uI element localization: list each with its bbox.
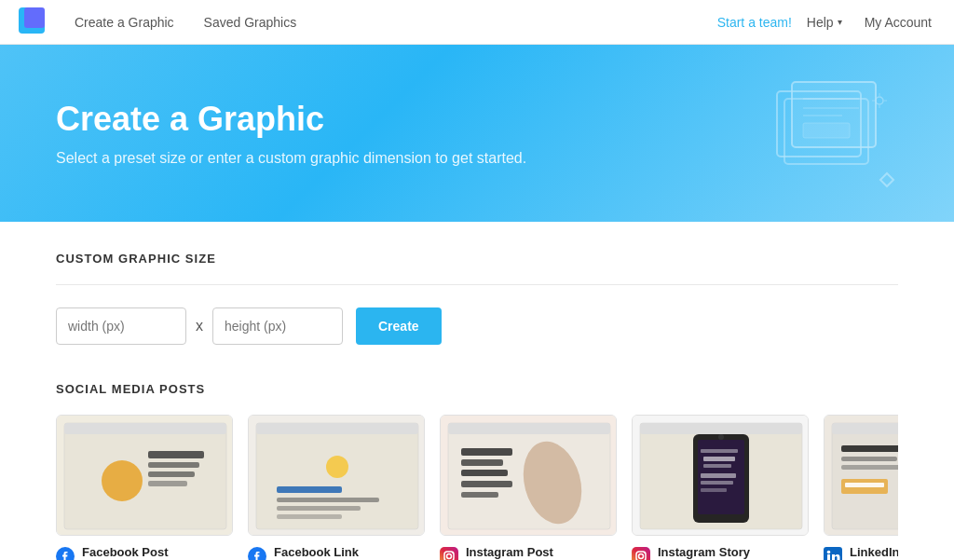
card-facebook-post[interactable]: Facebook Post 1200px x 900px bbox=[56, 415, 233, 560]
card-name: Instagram Post bbox=[466, 545, 553, 559]
hero-illustration bbox=[749, 63, 898, 203]
card-text: Instagram Post 1080px x 1080px bbox=[466, 545, 553, 560]
card-name: LinkedIn Post bbox=[850, 545, 898, 559]
section-divider bbox=[56, 284, 898, 285]
svg-rect-29 bbox=[277, 498, 379, 502]
size-separator: x bbox=[196, 318, 203, 335]
card-text: Facebook Link 1200px x 628px bbox=[274, 545, 359, 560]
svg-rect-48 bbox=[640, 423, 802, 434]
card-linkedin-post[interactable]: LinkedIn Post 1200px x 628px bbox=[824, 415, 898, 560]
svg-rect-19 bbox=[148, 451, 204, 458]
my-account-link[interactable]: My Account bbox=[857, 15, 939, 30]
svg-rect-28 bbox=[277, 486, 342, 493]
card-name: Facebook Link bbox=[274, 545, 359, 559]
create-button[interactable]: Create bbox=[356, 307, 442, 345]
navigation: Create a Graphic Saved Graphics Start a … bbox=[0, 0, 954, 45]
card-info: Facebook Link 1200px x 628px bbox=[248, 545, 425, 560]
custom-size-title: CUSTOM GRAPHIC SIZE bbox=[56, 252, 898, 266]
svg-rect-41 bbox=[461, 492, 498, 498]
card-preview bbox=[248, 415, 425, 536]
svg-rect-52 bbox=[701, 449, 738, 453]
facebook-icon bbox=[56, 547, 75, 560]
svg-point-45 bbox=[452, 552, 454, 553]
card-preview bbox=[56, 415, 233, 536]
svg-rect-55 bbox=[701, 473, 736, 478]
svg-rect-30 bbox=[277, 506, 361, 511]
svg-rect-38 bbox=[461, 459, 503, 466]
svg-rect-63 bbox=[832, 423, 898, 529]
cards-row: Facebook Post 1200px x 900px Facebook L bbox=[56, 415, 898, 560]
svg-point-27 bbox=[326, 456, 348, 478]
svg-rect-74 bbox=[827, 554, 830, 560]
card-info: Facebook Post 1200px x 900px bbox=[56, 545, 233, 560]
social-media-section: SOCIAL MEDIA POSTS Facebook Post bbox=[56, 382, 898, 560]
svg-rect-57 bbox=[701, 488, 727, 492]
svg-rect-72 bbox=[845, 483, 884, 487]
svg-rect-54 bbox=[703, 464, 731, 468]
start-team-link[interactable]: Start a team! bbox=[717, 15, 792, 30]
svg-rect-35 bbox=[448, 423, 610, 434]
height-input[interactable] bbox=[212, 307, 343, 345]
card-info: Instagram Story 1080px x 1920px bbox=[632, 545, 809, 560]
instagram-icon bbox=[632, 547, 650, 560]
card-name: Instagram Story bbox=[658, 545, 750, 559]
card-text: Instagram Story 1080px x 1920px bbox=[658, 545, 750, 560]
instagram-icon bbox=[440, 547, 458, 560]
svg-rect-21 bbox=[148, 471, 195, 477]
svg-rect-20 bbox=[148, 462, 199, 468]
card-text: Facebook Post 1200px x 900px bbox=[82, 545, 168, 560]
svg-rect-68 bbox=[841, 445, 898, 452]
card-instagram-post[interactable]: Instagram Post 1080px x 1080px bbox=[440, 415, 617, 560]
custom-size-form: x Create bbox=[56, 307, 898, 345]
svg-rect-39 bbox=[461, 470, 508, 476]
svg-point-51 bbox=[718, 434, 724, 440]
card-facebook-link[interactable]: Facebook Link 1200px x 628px bbox=[248, 415, 425, 560]
svg-point-75 bbox=[827, 551, 831, 554]
svg-rect-37 bbox=[461, 448, 512, 456]
main-content: CUSTOM GRAPHIC SIZE x Create SOCIAL MEDI… bbox=[0, 222, 954, 560]
svg-rect-16 bbox=[64, 423, 226, 529]
chevron-down-icon: ▾ bbox=[838, 17, 842, 27]
card-preview bbox=[824, 415, 898, 536]
facebook-icon bbox=[248, 547, 266, 560]
svg-marker-9 bbox=[880, 173, 893, 186]
svg-rect-1 bbox=[24, 7, 45, 28]
svg-rect-40 bbox=[461, 481, 512, 487]
svg-point-61 bbox=[644, 552, 646, 553]
nav-links: Create a Graphic Saved Graphics bbox=[60, 0, 311, 45]
nav-right: Start a team! Help ▾ My Account bbox=[717, 15, 939, 30]
svg-rect-56 bbox=[701, 481, 733, 485]
svg-rect-64 bbox=[832, 423, 898, 434]
nav-saved-graphics[interactable]: Saved Graphics bbox=[189, 0, 312, 45]
card-text: LinkedIn Post 1200px x 628px bbox=[850, 545, 898, 560]
svg-rect-70 bbox=[841, 465, 898, 470]
card-preview bbox=[632, 415, 809, 536]
social-media-title: SOCIAL MEDIA POSTS bbox=[56, 382, 898, 396]
svg-point-18 bbox=[102, 460, 143, 501]
linkedin-icon bbox=[824, 547, 842, 560]
svg-rect-31 bbox=[277, 514, 342, 519]
hero-section: Create a Graphic Select a preset size or… bbox=[0, 45, 954, 222]
card-name: Facebook Post bbox=[82, 545, 168, 559]
card-preview bbox=[440, 415, 617, 536]
svg-rect-8 bbox=[803, 123, 850, 138]
card-info: LinkedIn Post 1200px x 628px bbox=[824, 545, 898, 560]
svg-rect-69 bbox=[841, 457, 897, 461]
help-label: Help bbox=[807, 15, 834, 30]
width-input[interactable] bbox=[56, 307, 186, 345]
help-menu[interactable]: Help ▾ bbox=[799, 15, 850, 30]
card-info: Instagram Post 1080px x 1080px bbox=[440, 545, 617, 560]
svg-point-10 bbox=[876, 97, 883, 104]
card-instagram-story[interactable]: Instagram Story 1080px x 1920px bbox=[632, 415, 809, 560]
nav-create-graphic[interactable]: Create a Graphic bbox=[60, 0, 189, 45]
svg-rect-53 bbox=[703, 457, 735, 461]
svg-rect-22 bbox=[148, 481, 187, 486]
logo[interactable] bbox=[15, 4, 60, 41]
svg-rect-17 bbox=[64, 423, 226, 434]
svg-rect-26 bbox=[256, 423, 418, 434]
